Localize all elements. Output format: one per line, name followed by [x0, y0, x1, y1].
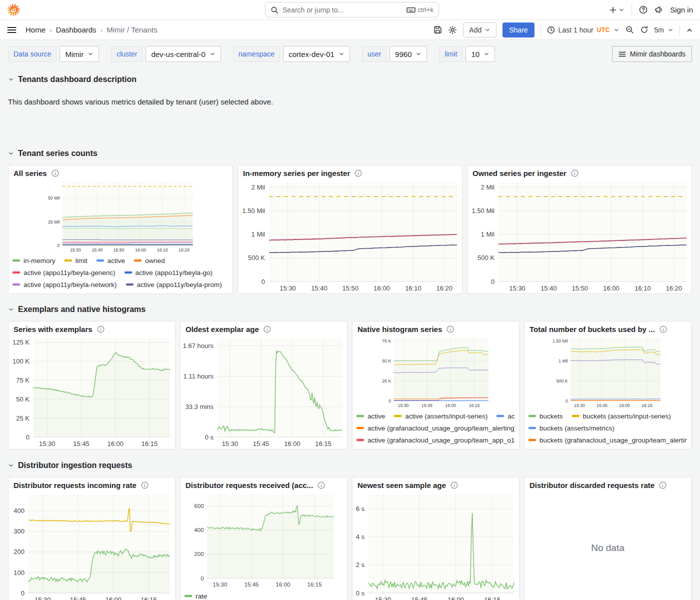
- legend-swatch: [356, 426, 364, 430]
- search-input[interactable]: Search or jump to... ctrl+k: [265, 2, 439, 18]
- news-button[interactable]: [654, 6, 663, 14]
- row-header-distributor[interactable]: Distributor ingestion requests: [8, 461, 692, 470]
- zoom-out-button[interactable]: [626, 26, 634, 34]
- mega-menu-button[interactable]: [7, 26, 16, 34]
- panel-title[interactable]: Distributor requests incoming rate: [14, 481, 136, 490]
- info-icon[interactable]: [141, 482, 148, 489]
- chart-canvas: 0 s2 s4 s6 s15:3015:4516:0016:15: [352, 490, 519, 600]
- info-icon[interactable]: [660, 326, 667, 333]
- info-icon[interactable]: [318, 482, 325, 489]
- share-button[interactable]: Share: [502, 22, 534, 38]
- legend-item[interactable]: active (asserts/input-series): [394, 412, 488, 420]
- gear-icon: [448, 26, 457, 34]
- svg-text:15:45: 15:45: [422, 403, 432, 408]
- time-range-picker[interactable]: Last 1 hour UTC: [547, 26, 620, 34]
- legend-item[interactable]: active (asserts/metrics): [496, 412, 515, 420]
- limit-select[interactable]: 10: [466, 46, 495, 62]
- panel-title[interactable]: Owned series per ingester: [472, 169, 566, 178]
- legend-item[interactable]: active (grafanacloud_usage_group/team_al…: [356, 424, 515, 432]
- info-icon[interactable]: [446, 326, 454, 333]
- svg-text:15:30: 15:30: [212, 582, 227, 588]
- svg-text:16:10: 16:10: [157, 248, 168, 252]
- svg-text:75 K: 75 K: [382, 338, 391, 344]
- svg-text:16:00: 16:00: [284, 440, 300, 448]
- info-icon[interactable]: [264, 326, 271, 333]
- row-header-exemplars[interactable]: Exemplars and native histograms: [8, 305, 692, 314]
- cluster-select[interactable]: dev-us-central-0: [146, 46, 220, 62]
- svg-text:16:15: 16:15: [484, 596, 500, 600]
- info-icon[interactable]: [97, 326, 104, 333]
- variable-limit: limit 10: [439, 46, 495, 62]
- legend-item[interactable]: active: [356, 412, 385, 420]
- row-header-description[interactable]: Tenants dashboard description: [8, 75, 692, 84]
- panel-title[interactable]: Series with exemplars: [14, 325, 92, 334]
- info-icon[interactable]: [450, 482, 458, 489]
- panel-title[interactable]: Native histogram series: [358, 325, 442, 334]
- svg-text:16:00: 16:00: [445, 403, 456, 408]
- panel-title[interactable]: In-memory series per ingester: [243, 169, 350, 178]
- help-button[interactable]: [639, 6, 648, 14]
- datasource-select[interactable]: Mimir: [60, 46, 99, 62]
- legend-item[interactable]: active: [96, 257, 125, 264]
- legend-swatch: [134, 259, 142, 262]
- chevron-down-icon: [668, 27, 674, 33]
- legend-item[interactable]: owned: [134, 257, 165, 264]
- collapse-toolbar-button[interactable]: [686, 26, 693, 34]
- info-icon[interactable]: [354, 170, 362, 177]
- info-icon[interactable]: [52, 170, 59, 177]
- svg-text:16:15: 16:15: [308, 582, 322, 588]
- legend-item[interactable]: active (appo11y/beyla-prom): [126, 281, 222, 288]
- panel-title[interactable]: Newest seen sample age: [358, 481, 446, 490]
- legend-item[interactable]: active (appo11y/beyla-network): [12, 281, 117, 288]
- legend-item[interactable]: buckets (asserts/input-series): [572, 412, 671, 420]
- panel-distributor-incoming-rate: Distributor requests incoming rate 01002…: [8, 477, 176, 600]
- legend-swatch: [528, 426, 536, 430]
- row-header-series-counts[interactable]: Tenant series counts: [8, 149, 692, 158]
- legend-item[interactable]: in-memory: [12, 257, 56, 264]
- panel-title[interactable]: Oldest exemplar age: [186, 325, 259, 334]
- dashboard-settings-button[interactable]: [448, 26, 457, 34]
- sign-in-link[interactable]: Sign in: [670, 6, 693, 14]
- user-select[interactable]: 9960: [390, 46, 427, 62]
- svg-text:0: 0: [26, 434, 30, 441]
- chart-legend: activeactive (asserts/input-series)activ…: [352, 409, 519, 449]
- legend-item[interactable]: buckets (grafanacloud_usage_group/team_a…: [528, 436, 687, 444]
- grafana-logo[interactable]: [7, 4, 20, 16]
- legend-item[interactable]: buckets (asserts/metrics): [528, 424, 614, 432]
- namespace-select[interactable]: cortex-dev-01: [283, 46, 350, 62]
- legend-swatch: [356, 438, 364, 442]
- mimir-dashboards-button[interactable]: Mimir dashboards: [612, 46, 692, 62]
- chevron-down-icon: [484, 27, 490, 33]
- panel-native-histogram-series: Native histogram series 025 K50 K75 K15:…: [352, 321, 520, 450]
- panel-distributor-received: Distributor requests received (acc... 02…: [180, 477, 348, 600]
- info-icon[interactable]: [571, 170, 578, 177]
- legend-item[interactable]: limit: [64, 257, 88, 264]
- add-button[interactable]: Add: [463, 22, 496, 38]
- panel-title[interactable]: All series: [14, 169, 47, 178]
- svg-text:0: 0: [200, 576, 204, 582]
- refresh-button[interactable]: [640, 26, 648, 34]
- legend-item[interactable]: rate: [184, 592, 207, 600]
- refresh-interval-picker[interactable]: 5m: [654, 26, 674, 34]
- svg-text:50 K: 50 K: [382, 358, 391, 364]
- svg-text:16:20: 16:20: [178, 248, 190, 252]
- panel-newest-sample-age: Newest seen sample age 0 s2 s4 s6 s15:30…: [352, 477, 520, 600]
- variable-label: user: [362, 46, 386, 62]
- info-icon[interactable]: [659, 482, 666, 489]
- panel-title[interactable]: Distributor requests received (acc...: [186, 481, 313, 490]
- legend-item[interactable]: active (appo11y/beyla-generic): [12, 269, 116, 276]
- save-dashboard-button[interactable]: [434, 26, 442, 34]
- svg-text:75 K: 75 K: [16, 376, 30, 384]
- legend-item[interactable]: buckets: [528, 412, 563, 420]
- breadcrumb-dashboards[interactable]: Dashboards: [56, 26, 96, 34]
- svg-text:16:15: 16:15: [315, 440, 332, 448]
- breadcrumb-home[interactable]: Home: [26, 26, 46, 34]
- new-button[interactable]: [609, 6, 624, 14]
- legend-item[interactable]: active (grafanacloud_usage_group/team_ap…: [356, 436, 515, 444]
- panel-title[interactable]: Total number of buckets used by ...: [530, 325, 655, 334]
- legend-item[interactable]: active (appo11y/beyla-go): [124, 269, 212, 276]
- panel-title[interactable]: Distributor discarded requests rate: [530, 481, 654, 490]
- breadcrumb-separator: ›: [50, 26, 52, 34]
- variables-bar: Data source Mimir cluster dev-us-central…: [0, 40, 700, 66]
- timezone-label: UTC: [597, 26, 610, 34]
